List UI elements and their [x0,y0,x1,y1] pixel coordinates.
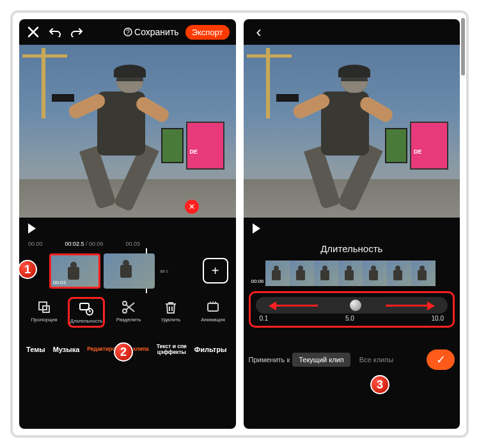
svg-point-10 [212,301,214,303]
tool-proportion-label: Пропорция [31,317,57,323]
scissors-icon [121,300,136,315]
tab-text-fx[interactable]: Текст и спе цэффекты [153,344,190,356]
editor-main-screen: ? Сохранить Экспорт DE ✕ [19,19,236,429]
tool-split[interactable]: Разделить [110,297,147,323]
timeline-ruler: 00.00 00:02.5 / 00:06 00.05 [19,239,236,248]
tab-filters[interactable]: Фильтры [191,346,230,353]
duration-slider[interactable] [256,297,448,314]
duration-icon [79,301,94,316]
page-scroll-thumb[interactable] [461,18,465,76]
slider-max: 10.0 [432,315,444,322]
annotation-2: 2 [114,342,133,362]
tool-duration[interactable]: Дльтельность [68,297,105,328]
add-clip-button[interactable]: + [203,258,228,284]
undo-icon[interactable] [47,24,63,40]
annotation-3: 3 [370,375,389,394]
play-icon[interactable] [28,223,36,234]
ruler-current: 00:02.5 [65,241,84,247]
animation-icon [205,300,221,315]
apply-row: Применить к Текущий клип Все клипы ✓ [244,344,460,375]
clip-1[interactable]: 00:03 [49,253,100,289]
timeline-clips[interactable]: 1 00:03 ав с + [19,248,236,293]
tool-row: Пропорция Дльтельность Разделить Удалить [19,293,236,335]
play-icon-2[interactable] [253,223,260,234]
apply-to-label: Применить к [249,356,290,364]
arrow-left-icon [269,300,318,311]
svg-text:?: ? [126,29,130,36]
panel-title: Длительность [244,239,460,260]
ruler-total: / 00:06 [86,241,104,247]
tool-proportion[interactable]: Пропорция [26,297,63,323]
tool-delete[interactable]: Удалить [152,297,189,323]
clip-1-tc: 00:03 [53,280,66,285]
duration-slider-box: 0.1 5.0 10.0 [249,291,455,328]
slider-mid: 5.0 [345,315,354,322]
ruler-t0: 00.00 [28,241,43,247]
export-button[interactable]: Экспорт [185,25,230,40]
slider-knob[interactable] [350,300,361,311]
save-button-label: Сохранить [134,27,179,37]
duration-panel-screen: DE Длительность 00:06 [244,19,460,429]
svg-rect-8 [208,303,218,311]
delete-watermark-icon[interactable]: ✕ [185,200,199,214]
tool-split-label: Разделить [116,317,141,323]
tool-animation-label: Анимация [201,317,225,323]
clip-2[interactable] [104,253,155,289]
filmstrip-tc: 00:06 [251,278,264,286]
save-button[interactable]: ? Сохранить [123,27,179,37]
tab-themes[interactable]: Темы [23,346,49,353]
tool-animation[interactable]: Анимация [194,297,232,323]
check-icon: ✓ [436,353,446,367]
filmstrip[interactable]: 00:06 [244,260,460,286]
slider-min: 0.1 [260,315,269,322]
redo-icon[interactable] [69,24,84,40]
annotation-1: 1 [19,260,37,279]
trash-icon [163,300,178,315]
crop-icon [36,300,52,315]
ruler-t2: 00.05 [126,241,141,247]
add-strip-label: ав с [160,269,171,273]
export-button-label: Экспорт [192,28,223,37]
tab-music[interactable]: Музыка [50,346,83,353]
apply-all-clips[interactable]: Все клипы [353,353,400,367]
video-preview-2[interactable]: DE [244,45,460,218]
apply-current-clip[interactable]: Текущий клип [292,353,350,367]
tool-duration-label: Дльтельность [70,318,103,324]
close-icon[interactable] [26,24,41,40]
arrow-right-icon [386,300,435,311]
svg-point-9 [210,301,211,303]
back-icon[interactable] [251,24,267,40]
tool-delete-label: Удалить [161,317,181,323]
confirm-button[interactable]: ✓ [427,349,455,370]
svg-point-11 [215,301,216,303]
video-preview[interactable]: DE ✕ [19,45,236,218]
